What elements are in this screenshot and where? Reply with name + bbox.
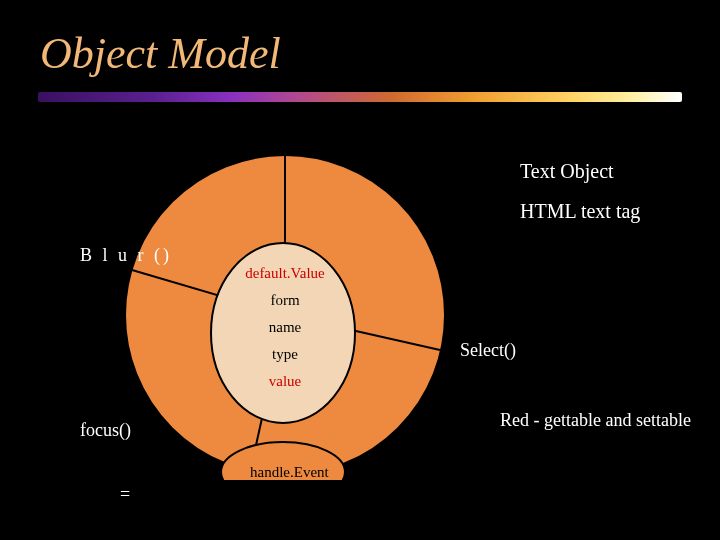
center-props: default.Value form name type value [210,255,360,400]
prop-defaultvalue: default.Value [210,265,360,282]
wheel-diagram: = B l u r () focus() Select() default.Va… [120,150,450,480]
prop-value: value [210,373,360,390]
title-underline [38,92,682,102]
prop-type: type [210,346,360,363]
spoke-select: Select() [460,340,516,361]
spoke-equals: = [120,484,450,505]
label-html-tag: HTML text tag [520,200,640,223]
spoke-blur: B l u r () [80,245,172,266]
spoke-focus: focus() [80,420,131,441]
method-handleevent: handle.Event [250,464,329,481]
label-text-object: Text Object [520,160,614,183]
label-red-note: Red - gettable and settable [500,410,691,431]
slide-title: Object Model [40,28,281,79]
prop-name: name [210,319,360,336]
prop-form: form [210,292,360,309]
